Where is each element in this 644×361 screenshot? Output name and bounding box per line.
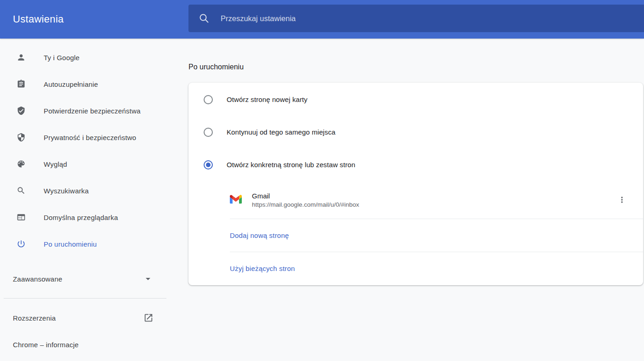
autofill-icon	[17, 79, 26, 89]
option-label: Kontynuuj od tego samego miejsca	[227, 128, 336, 136]
section-title: Po uruchomieniu	[188, 62, 644, 73]
sidebar-item-safety-check[interactable]: Potwierdzenie bezpieczeństwa	[0, 97, 166, 124]
person-icon	[17, 53, 26, 62]
more-actions-button[interactable]	[615, 192, 629, 207]
use-current-pages-label: Użyj bieżących stron	[230, 265, 295, 272]
settings-sidebar: Ty i Google Autouzupełnianie Potwierdzen…	[0, 39, 166, 361]
search-box[interactable]	[188, 5, 644, 32]
settings-header: Ustawienia	[0, 0, 644, 39]
sidebar-divider	[4, 298, 166, 299]
add-new-page-button[interactable]: Dodaj nową stronę	[188, 219, 643, 252]
sidebar-item-appearance[interactable]: Wygląd	[0, 151, 166, 177]
privacy-shield-icon	[17, 133, 26, 142]
sidebar-item-search-engine[interactable]: Wyszukiwarka	[0, 177, 166, 204]
sidebar-item-privacy[interactable]: Prywatność i bezpieczeństwo	[0, 124, 166, 151]
radio-button[interactable]	[204, 128, 213, 137]
startup-page-info: Gmail https://mail.google.com/mail/u/0/#…	[252, 192, 359, 208]
add-new-page-label: Dodaj nową stronę	[230, 231, 289, 239]
search-engine-icon	[17, 186, 26, 195]
extensions-label: Rozszerzenia	[13, 314, 56, 322]
chevron-down-icon	[142, 273, 154, 284]
advanced-label: Zaawansowane	[13, 275, 62, 283]
startup-page-title: Gmail	[252, 192, 359, 200]
sidebar-item-on-startup[interactable]: Po uruchomieniu	[0, 231, 166, 257]
option-label: Otwórz konkretną stronę lub zestaw stron	[227, 161, 355, 169]
sidebar-item-extensions[interactable]: Rozszerzenia	[0, 305, 166, 331]
option-open-new-tab[interactable]: Otwórz stronę nowej karty	[188, 83, 643, 116]
sidebar-item-label: Prywatność i bezpieczeństwo	[44, 134, 136, 141]
gmail-icon	[230, 194, 242, 206]
radio-button[interactable]	[204, 95, 213, 104]
sidebar-item-label: Domyślna przeglądarka	[44, 214, 118, 221]
search-input[interactable]	[221, 14, 644, 23]
sidebar-item-about-chrome[interactable]: Chrome – informacje	[0, 331, 166, 358]
option-continue-where-left-off[interactable]: Kontynuuj od tego samego miejsca	[188, 116, 643, 148]
sidebar-advanced-toggle[interactable]: Zaawansowane	[0, 265, 166, 292]
use-current-pages-button[interactable]: Użyj bieżących stron	[188, 252, 643, 285]
option-label: Otwórz stronę nowej karty	[227, 96, 308, 103]
main-content: Po uruchomieniu Otwórz stronę nowej kart…	[166, 39, 644, 361]
about-chrome-label: Chrome – informacje	[13, 341, 79, 349]
sidebar-item-label: Autouzupełnianie	[44, 80, 98, 88]
more-vert-icon	[617, 195, 627, 204]
option-open-specific-pages[interactable]: Otwórz konkretną stronę lub zestaw stron	[188, 148, 643, 181]
radio-button[interactable]	[204, 160, 213, 169]
startup-page-row: Gmail https://mail.google.com/mail/u/0/#…	[188, 181, 643, 219]
startup-page-url: https://mail.google.com/mail/u/0/#inbox	[252, 201, 359, 208]
page-title: Ustawienia	[13, 13, 64, 25]
browser-window-icon	[17, 213, 26, 222]
on-startup-card: Otwórz stronę nowej karty Kontynuuj od t…	[188, 83, 643, 285]
sidebar-item-label: Ty i Google	[44, 54, 80, 62]
search-icon	[199, 13, 210, 24]
palette-icon	[17, 159, 26, 169]
safety-check-shield-icon	[17, 106, 26, 115]
sidebar-item-label: Wygląd	[44, 160, 67, 168]
sidebar-item-label: Wyszukiwarka	[44, 187, 89, 195]
sidebar-item-you-and-google[interactable]: Ty i Google	[0, 44, 166, 71]
open-in-new-icon	[143, 313, 154, 323]
sidebar-item-label: Po uruchomieniu	[44, 240, 97, 248]
sidebar-item-label: Potwierdzenie bezpieczeństwa	[44, 107, 141, 115]
sidebar-item-default-browser[interactable]: Domyślna przeglądarka	[0, 204, 166, 231]
power-icon	[17, 239, 26, 248]
sidebar-item-autofill[interactable]: Autouzupełnianie	[0, 71, 166, 97]
